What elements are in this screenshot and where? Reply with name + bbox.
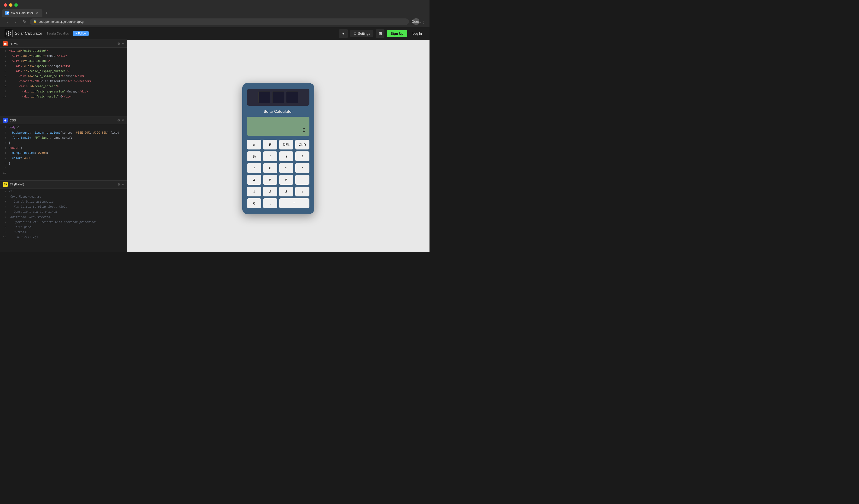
url-bar[interactable]: 🔒 codepen.io/sassjajc/pen/zNJgKg bbox=[30, 18, 409, 25]
calculator-display: 0 bbox=[302, 127, 305, 133]
js-icon: JS bbox=[3, 182, 7, 187]
forward-button[interactable]: › bbox=[13, 18, 19, 25]
js-header-right: ⚙ ∨ bbox=[117, 183, 124, 186]
calc-btn-pi[interactable]: π bbox=[247, 140, 261, 150]
calc-btn-open-paren[interactable]: ( bbox=[263, 151, 277, 161]
css-label: CSS bbox=[10, 119, 16, 122]
calc-btn-2[interactable]: 2 bbox=[263, 187, 277, 196]
calc-btn-7[interactable]: 7 bbox=[247, 163, 261, 173]
calc-btn-8[interactable]: 8 bbox=[263, 163, 277, 173]
codepen-logo[interactable] bbox=[5, 30, 13, 37]
calc-btn-percent[interactable]: % bbox=[247, 151, 261, 161]
calc-btn-5[interactable]: 5 bbox=[263, 175, 277, 185]
code-line: 6 Additional Requirements: bbox=[0, 215, 127, 220]
css-gear-icon[interactable]: ⚙ bbox=[117, 118, 120, 122]
calc-btn-4[interactable]: 4 bbox=[247, 175, 261, 185]
settings-button[interactable]: ⚙ Settings bbox=[350, 30, 374, 37]
calc-btn-close-paren[interactable]: ) bbox=[279, 151, 293, 161]
browser-menu: Guest ⋮ bbox=[413, 18, 426, 25]
main-content: ▣ HTML ⚙ ∨ 1 <div id="calc_outside"> 2 <… bbox=[0, 40, 430, 252]
calculator-buttons: π E DEL CLR % ( ) / 7 8 9 * 4 5 6 - 1 2 … bbox=[247, 140, 310, 208]
code-line: 4 <div class="spacer">&nbsp;</div> bbox=[0, 64, 127, 69]
browser-chrome: CP Solar Calculator ✕ + ‹ › ↻ 🔒 codepen.… bbox=[0, 0, 430, 27]
css-panel: ◉ CSS ⚙ ∨ 1 body { 2 background: linear-… bbox=[0, 117, 127, 180]
signup-button[interactable]: Sign Up bbox=[387, 30, 407, 37]
follow-button[interactable]: + Follow bbox=[73, 31, 89, 36]
url-text: codepen.io/sassjajc/pen/zNJgKg bbox=[39, 20, 84, 24]
code-line: 3 Can do basic arithmetic bbox=[0, 200, 127, 204]
pen-author[interactable]: Sassja Ceballos bbox=[46, 32, 69, 35]
html-panel-header: ▣ HTML ⚙ ∨ bbox=[0, 40, 127, 48]
code-line: 7 <header><h3>Solar Calculator</h3></hea… bbox=[0, 79, 127, 84]
calc-btn-6[interactable]: 6 bbox=[279, 175, 293, 185]
css-header-right: ⚙ ∨ bbox=[117, 118, 124, 122]
browser-menu-button[interactable]: ⋮ bbox=[421, 19, 426, 24]
code-line: 3 <div id="calc_inside"> bbox=[0, 59, 127, 64]
html-icon: ▣ bbox=[3, 41, 7, 46]
js-chevron-icon[interactable]: ∨ bbox=[122, 183, 124, 186]
code-line: 10 <div id="calc_result">0</div> bbox=[0, 94, 127, 100]
css-chevron-icon[interactable]: ∨ bbox=[122, 118, 124, 122]
user-avatar[interactable]: Guest bbox=[413, 18, 419, 25]
tab-favicon: CP bbox=[5, 11, 9, 15]
calc-btn-multiply[interactable]: * bbox=[295, 163, 310, 173]
js-panel: JS JS (Babel) ⚙ ∨ 1 /** 2 Core Requireme… bbox=[0, 181, 127, 252]
solar-cell bbox=[272, 91, 284, 103]
calc-btn-add[interactable]: + bbox=[295, 187, 310, 196]
html-panel: ▣ HTML ⚙ ∨ 1 <div id="calc_outside"> 2 <… bbox=[0, 40, 127, 117]
calc-btn-0[interactable]: 0 bbox=[247, 198, 261, 208]
heart-button[interactable]: ♥ bbox=[339, 29, 348, 38]
calc-btn-e[interactable]: E bbox=[263, 140, 277, 150]
html-code-area[interactable]: 1 <div id="calc_outside"> 2 <div class="… bbox=[0, 48, 127, 101]
code-line: 4 } bbox=[0, 141, 127, 146]
new-tab-button[interactable]: + bbox=[43, 10, 50, 16]
code-line: 7 color: #CCC; bbox=[0, 156, 127, 161]
code-line: 4 Has button to clear input field bbox=[0, 204, 127, 210]
calc-btn-divide[interactable]: / bbox=[295, 151, 310, 161]
code-line: 3 font-family: 'PT Sans', sans-serif; bbox=[0, 136, 127, 141]
calc-btn-1[interactable]: 1 bbox=[247, 187, 261, 196]
js-label: JS (Babel) bbox=[10, 183, 24, 186]
calc-btn-del[interactable]: DEL bbox=[279, 140, 293, 150]
calculator-preview: Solar Calculator 0 π E DEL CLR % ( ) / 7… bbox=[242, 83, 314, 214]
code-line: 8 Solar panel bbox=[0, 225, 127, 230]
html-chevron-icon[interactable]: ∨ bbox=[122, 42, 124, 46]
code-line: 9 Buttons: bbox=[0, 230, 127, 235]
code-line: 6 margin-bottom: 0.5em; bbox=[0, 151, 127, 156]
calc-btn-clr[interactable]: CLR bbox=[295, 140, 310, 150]
browser-tab[interactable]: CP Solar Calculator ✕ bbox=[2, 9, 42, 17]
login-button[interactable]: Log In bbox=[410, 30, 425, 37]
calc-btn-3[interactable]: 3 bbox=[279, 187, 293, 196]
css-panel-header: ◉ CSS ⚙ ∨ bbox=[0, 117, 127, 124]
code-line: 10 bbox=[0, 171, 127, 175]
maximize-button[interactable] bbox=[14, 3, 18, 7]
preview-panel: Solar Calculator 0 π E DEL CLR % ( ) / 7… bbox=[127, 40, 430, 252]
calc-btn-decimal[interactable]: . bbox=[263, 198, 277, 208]
calc-btn-subtract[interactable]: - bbox=[295, 175, 310, 185]
code-line: 2 background: linear-gradient(to top, #E… bbox=[0, 131, 127, 136]
codepen-header: Solar Calculator Sassja Ceballos + Follo… bbox=[0, 27, 430, 40]
header-right: ♥ ⚙ Settings ⊞ Sign Up Log In bbox=[339, 29, 425, 38]
js-code-area[interactable]: 1 /** 2 Core Requirements: 3 Can do basi… bbox=[0, 188, 127, 241]
editor-panels: ▣ HTML ⚙ ∨ 1 <div id="calc_outside"> 2 <… bbox=[0, 40, 127, 252]
code-line: 1 body { bbox=[0, 125, 127, 130]
js-gear-icon[interactable]: ⚙ bbox=[117, 183, 120, 186]
calculator-screen: 0 bbox=[247, 117, 310, 136]
calc-btn-equals[interactable]: = bbox=[279, 198, 310, 208]
calc-btn-9[interactable]: 9 bbox=[279, 163, 293, 173]
tab-close-button[interactable]: ✕ bbox=[35, 11, 39, 15]
code-line: 7 Operations will resolve with operator … bbox=[0, 220, 127, 225]
html-gear-icon[interactable]: ⚙ bbox=[117, 42, 120, 46]
css-code-area[interactable]: 1 body { 2 background: linear-gradient(t… bbox=[0, 124, 127, 176]
html-label: HTML bbox=[10, 42, 18, 46]
minimize-button[interactable] bbox=[9, 3, 13, 7]
back-button[interactable]: ‹ bbox=[4, 18, 11, 25]
calculator-title: Solar Calculator bbox=[247, 109, 310, 114]
html-header-right: ⚙ ∨ bbox=[117, 42, 124, 46]
solar-panel bbox=[247, 89, 310, 106]
solar-cell bbox=[258, 91, 270, 103]
refresh-button[interactable]: ↻ bbox=[21, 18, 28, 25]
tab-bar: CP Solar Calculator ✕ + bbox=[0, 9, 430, 17]
layout-button[interactable]: ⊞ bbox=[376, 29, 385, 38]
close-button[interactable] bbox=[4, 3, 7, 7]
